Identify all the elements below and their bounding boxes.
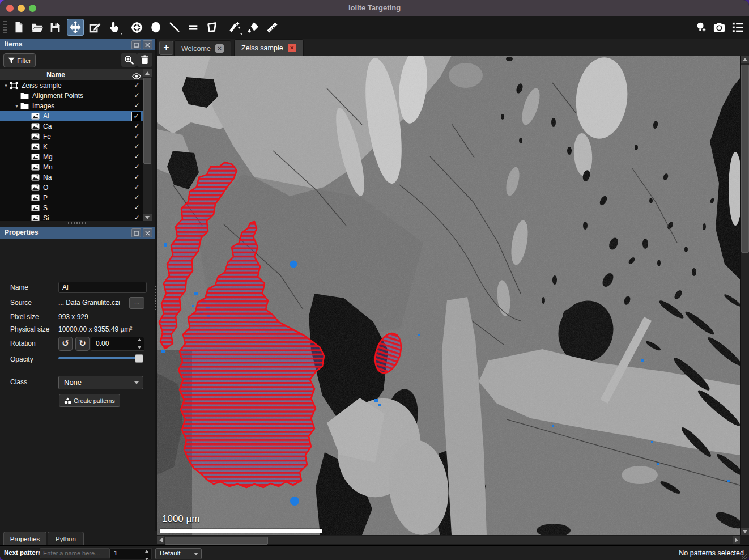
fill-tool-button[interactable]	[245, 19, 262, 36]
hand-tool-dropdown-caret[interactable]	[120, 33, 122, 35]
tree-item-label[interactable]: Ca	[43, 122, 52, 130]
canvas-scroll-up-arrow[interactable]	[741, 56, 749, 63]
create-patterns-button[interactable]: Create patterns	[59, 394, 120, 407]
items-panel-close-button[interactable]	[143, 40, 152, 49]
next-pattern-name-input[interactable]	[40, 548, 110, 558]
tree-row[interactable]: Al ✓	[0, 111, 146, 121]
canvas-horizontal-scrollbar[interactable]	[157, 536, 740, 544]
properties-panel-close-button[interactable]	[143, 228, 152, 237]
ellipse-tool-button[interactable]	[147, 19, 164, 36]
next-pattern-class-combobox[interactable]: Default	[155, 548, 202, 559]
hand-tool-button[interactable]	[106, 19, 123, 36]
visibility-checkbox[interactable]: ✓	[133, 183, 141, 192]
move-tool-button[interactable]	[67, 19, 84, 36]
visibility-checkbox[interactable]: ✓	[133, 193, 141, 202]
line-tool-button[interactable]	[166, 19, 183, 36]
tree-row[interactable]: Mg ✓	[0, 152, 146, 162]
tree-item-label[interactable]: Images	[32, 102, 54, 110]
properties-panel-float-button[interactable]	[131, 228, 141, 237]
tree-header[interactable]: Name	[0, 69, 146, 81]
name-input[interactable]	[58, 282, 147, 293]
tree-row[interactable]: ▾ Images ✓	[0, 101, 146, 111]
tree-row[interactable]: P ✓	[0, 193, 146, 203]
canvas-scroll-down-arrow[interactable]	[741, 528, 749, 535]
tree-row[interactable]: Alignment Points ✓	[0, 91, 146, 101]
splitter-grip-dots[interactable]	[155, 286, 156, 310]
idea-bulb-button[interactable]	[692, 19, 709, 36]
class-combobox[interactable]: None	[58, 376, 143, 389]
next-pattern-count-spinner[interactable]: 1	[110, 548, 152, 559]
tab-zeiss-sample-close-icon[interactable]: ✕	[288, 44, 296, 52]
save-button[interactable]	[46, 19, 63, 36]
visibility-checkbox[interactable]: ✓	[133, 203, 141, 212]
tree-row[interactable]: ▾ Zeiss sample ✓	[0, 80, 146, 91]
opacity-slider[interactable]	[58, 354, 143, 362]
tab-python[interactable]: Python	[48, 532, 84, 546]
canvas-scroll-right-arrow[interactable]	[733, 536, 740, 544]
items-panel-titlebar[interactable]: Items	[0, 39, 155, 50]
alignment-point-tool-button[interactable]	[128, 19, 145, 36]
tree-scrollbar-thumb[interactable]	[143, 78, 151, 164]
tree-item-label[interactable]: Zeiss sample	[22, 82, 62, 90]
canvas-vertical-scrollbar[interactable]	[740, 56, 749, 535]
tree-row[interactable]: K ✓	[0, 142, 146, 152]
tab-welcome[interactable]: Welcome ✕	[174, 40, 231, 56]
image-viewport[interactable]: 1000 µm	[157, 56, 740, 535]
visibility-checkbox[interactable]: ✓	[133, 122, 141, 130]
window-resize-grip[interactable]	[742, 554, 747, 559]
canvas-scroll-left-arrow[interactable]	[157, 536, 164, 544]
tree-item-label[interactable]: S	[43, 204, 48, 212]
add-tab-button[interactable]: +	[159, 41, 173, 55]
tree-item-label[interactable]: K	[43, 143, 48, 151]
ruler-tool-button[interactable]	[263, 19, 280, 36]
tree-name-column-header[interactable]: Name	[0, 71, 112, 79]
tree-scrollbar[interactable]	[143, 69, 152, 221]
rotate-ccw-button[interactable]: ↺	[58, 337, 73, 351]
opacity-slider-handle[interactable]	[135, 354, 143, 363]
tree-row[interactable]: Fe ✓	[0, 131, 146, 142]
tree-item-label[interactable]: O	[43, 184, 48, 192]
visibility-checkbox[interactable]: ✓	[133, 81, 141, 90]
tree-item-label[interactable]: Mn	[43, 163, 53, 171]
visibility-checkbox[interactable]: ✓	[133, 101, 141, 110]
properties-panel-titlebar[interactable]: Properties	[0, 227, 155, 239]
tree-item-label[interactable]: Al	[43, 112, 49, 120]
visibility-checkbox[interactable]: ✓	[133, 91, 141, 100]
zoom-to-item-button[interactable]	[121, 53, 137, 67]
tree-item-label[interactable]: Si	[43, 214, 49, 221]
magic-wand-dropdown-caret[interactable]	[240, 33, 242, 35]
tree-row[interactable]: O ✓	[0, 183, 146, 193]
expand-arrow-icon[interactable]: ▾	[2, 83, 10, 88]
tree-item-label[interactable]: Alignment Points	[32, 92, 83, 100]
spacing-tool-button[interactable]	[185, 19, 202, 36]
canvas-vscrollbar-thumb[interactable]	[741, 65, 749, 253]
filter-button[interactable]: Filter	[3, 53, 36, 67]
items-panel-float-button[interactable]	[131, 40, 141, 49]
pattern-list-button[interactable]	[729, 19, 746, 36]
rotate-cw-button[interactable]: ↻	[75, 337, 90, 351]
visibility-checkbox[interactable]: ✓	[133, 173, 141, 181]
toolbar-drag-handle[interactable]	[3, 21, 7, 35]
tree-item-label[interactable]: Na	[43, 173, 52, 181]
screenshot-button[interactable]	[710, 19, 727, 36]
count-spin-arrows[interactable]	[143, 550, 150, 560]
visibility-checkbox[interactable]: ✓	[133, 132, 141, 141]
new-file-button[interactable]	[10, 19, 27, 36]
tree-item-label[interactable]: Fe	[43, 133, 51, 141]
tree-row[interactable]: Ca ✓	[0, 121, 146, 131]
tab-properties[interactable]: Properties	[3, 532, 46, 546]
edit-tool-button[interactable]	[86, 19, 103, 36]
panel-splitter-handle[interactable]	[68, 222, 87, 224]
tab-welcome-close-icon[interactable]: ✕	[215, 44, 224, 53]
expand-arrow-icon[interactable]: ▾	[13, 103, 20, 109]
visibility-checkbox[interactable]: ✓	[133, 142, 141, 151]
tree-row[interactable]: Mn ✓	[0, 162, 146, 172]
tree-scroll-down-arrow[interactable]	[143, 214, 152, 221]
tab-zeiss-sample[interactable]: Zeiss sample ✕	[234, 39, 304, 56]
opacity-slider-groove[interactable]	[58, 357, 141, 359]
tree-item-label[interactable]: Mg	[43, 153, 53, 161]
polygon-tool-button[interactable]	[203, 19, 220, 36]
canvas-hscrollbar-thumb[interactable]	[165, 537, 268, 545]
tree-row[interactable]: Si ✓	[0, 213, 146, 221]
visibility-checkbox[interactable]: ✓	[133, 152, 141, 161]
